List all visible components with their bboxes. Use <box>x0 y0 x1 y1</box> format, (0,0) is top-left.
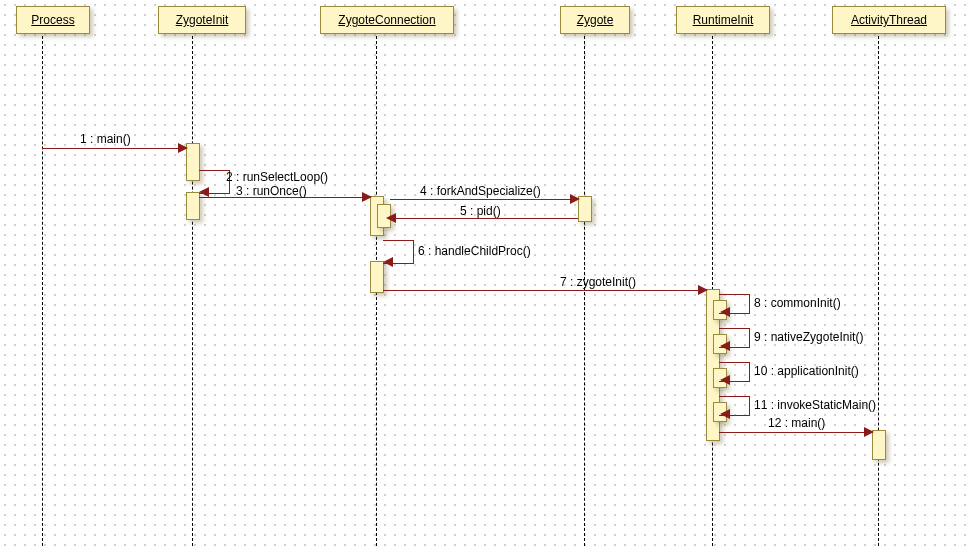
activation-zygoteinit-1 <box>186 143 200 181</box>
lifeline-zygote-label: Zygote <box>577 13 614 27</box>
activation-zygoteinit-2 <box>186 192 200 220</box>
msg7-line <box>383 290 703 291</box>
msg11-label: 11 : invokeStaticMain() <box>754 398 876 412</box>
msg1-arrow <box>178 143 188 153</box>
msg5-arrow <box>386 213 396 223</box>
msg8-arrow <box>720 307 730 317</box>
activation-zygoteconnection-3 <box>370 261 384 293</box>
msg5-label: 5 : pid() <box>460 204 501 218</box>
msg5-line <box>390 218 578 219</box>
msg2-label: 2 : runSelectLoop() <box>226 170 328 184</box>
msg9-label: 9 : nativeZygoteInit() <box>754 330 863 344</box>
msg4-line <box>390 199 574 200</box>
lifeline-process-label: Process <box>31 13 74 27</box>
msg10-label: 10 : applicationInit() <box>754 364 859 378</box>
lifeline-line-zygote <box>584 36 585 546</box>
msg11-arrow <box>720 409 730 419</box>
msg3-label: 3 : runOnce() <box>236 184 307 198</box>
lifeline-zygoteinit: ZygoteInit <box>158 6 246 34</box>
msg8-label: 8 : commonInit() <box>754 296 841 310</box>
msg12-line <box>719 432 869 433</box>
msg3-arrow <box>362 192 372 202</box>
msg1-label: 1 : main() <box>80 132 131 146</box>
lifeline-process: Process <box>16 6 90 34</box>
msg6-arrow <box>383 257 393 267</box>
msg2-arrow <box>199 187 209 197</box>
msg4-label: 4 : forkAndSpecialize() <box>420 184 541 198</box>
lifeline-runtimeinit-label: RuntimeInit <box>693 13 754 27</box>
lifeline-zygote: Zygote <box>560 6 630 34</box>
msg6-label: 6 : handleChildProc() <box>418 244 531 258</box>
lifeline-zygoteconnection: ZygoteConnection <box>320 6 454 34</box>
msg12-label: 12 : main() <box>768 416 825 430</box>
lifeline-zygoteinit-label: ZygoteInit <box>176 13 229 27</box>
msg7-arrow <box>698 285 708 295</box>
msg9-arrow <box>720 341 730 351</box>
msg1-line <box>42 148 182 149</box>
lifeline-line-zygoteinit <box>192 36 193 546</box>
lifeline-activitythread-label: ActivityThread <box>851 13 927 27</box>
lifeline-line-process <box>42 36 43 546</box>
msg12-arrow <box>864 427 874 437</box>
lifeline-zygoteconnection-label: ZygoteConnection <box>338 13 435 27</box>
activation-zygote <box>578 196 592 222</box>
msg4-arrow <box>570 194 580 204</box>
msg10-arrow <box>720 375 730 385</box>
msg7-label: 7 : zygoteInit() <box>560 275 636 289</box>
lifeline-runtimeinit: RuntimeInit <box>676 6 770 34</box>
activation-activitythread <box>872 430 886 460</box>
lifeline-line-activitythread <box>878 36 879 546</box>
lifeline-activitythread: ActivityThread <box>832 6 946 34</box>
